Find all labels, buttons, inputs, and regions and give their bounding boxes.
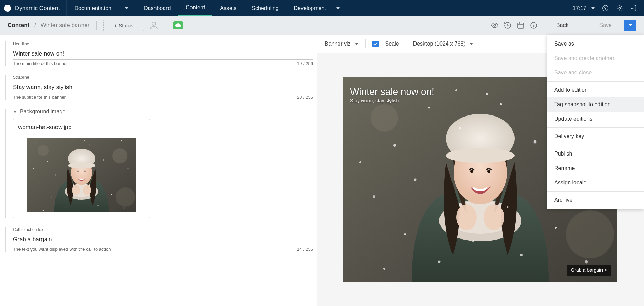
banner-cta-button[interactable]: Grab a bargain > — [567, 265, 611, 276]
svg-point-41 — [494, 24, 496, 26]
svg-point-38 — [605, 10, 605, 10]
brand[interactable]: Dynamic Content — [0, 0, 67, 16]
subheader: Content / Winter sale banner + Status Ba… — [0, 16, 644, 35]
nav-content-label: Content — [186, 4, 205, 11]
nav-development-label: Development — [294, 5, 326, 11]
nav-dashboard[interactable]: Dashboard — [136, 0, 178, 16]
menu-save-as[interactable]: Save as — [547, 37, 644, 51]
add-status-button[interactable]: + Status — [103, 20, 144, 31]
cta-input[interactable] — [13, 234, 313, 245]
nav-scheduling[interactable]: Scheduling — [244, 0, 286, 16]
menu-save-create-another: Save and create another — [547, 51, 644, 65]
menu-add-edition[interactable]: Add to edition — [547, 83, 644, 97]
save-menu-toggle[interactable] — [624, 20, 636, 31]
breadcrumb-leaf: Winter sale banner — [41, 22, 90, 29]
caret-down-icon — [470, 43, 473, 45]
caret-down-icon — [591, 7, 595, 9]
field-hint: The subtitle for this banner — [13, 95, 66, 100]
banner-title: Winter sale now on! — [350, 86, 434, 97]
image-thumbnail — [27, 138, 136, 212]
save-button[interactable]: Save — [587, 20, 624, 31]
field-label: Call to action text — [13, 227, 313, 232]
assignee-icon[interactable] — [149, 20, 159, 30]
preview-icon[interactable] — [491, 21, 499, 29]
menu-tag-snapshot[interactable]: Tag snapshot to edition — [547, 97, 644, 112]
clock-time: 17:17 — [573, 5, 586, 11]
device-select[interactable]: Desktop (1024 x 768) — [413, 41, 473, 47]
visualization-select[interactable]: Banner viz — [325, 41, 358, 47]
menu-save-close: Save and close — [547, 65, 644, 80]
menu-update-editions[interactable]: Update editions — [547, 112, 644, 126]
nav-development[interactable]: Development — [286, 0, 347, 16]
back-button[interactable]: Back — [543, 22, 582, 28]
save-button-group: Save — [587, 20, 636, 31]
caret-down-icon — [629, 24, 632, 26]
caret-down-icon — [125, 7, 128, 9]
gear-icon[interactable] — [616, 4, 623, 12]
svg-point-40 — [152, 22, 156, 25]
field-cta: Call to action text The text you want di… — [5, 227, 313, 252]
menu-assign-locale[interactable]: Assign locale — [547, 175, 644, 190]
field-hint: The main title of this banner — [13, 61, 68, 66]
field-headline: Headline The main title of this banner 1… — [5, 41, 313, 66]
char-count: 14 / 256 — [297, 247, 313, 252]
viz-label: Banner viz — [325, 41, 351, 47]
breadcrumb-root[interactable]: Content — [8, 22, 29, 29]
strapline-input[interactable] — [13, 82, 313, 93]
scale-checkbox[interactable] — [372, 41, 379, 47]
menu-archive[interactable]: Archive — [547, 193, 644, 207]
clock[interactable]: 17:17 — [573, 5, 595, 11]
main-split: Headline The main title of this banner 1… — [0, 35, 644, 306]
preview-pane: Banner viz Scale Desktop (1024 x 768) Wi… — [317, 35, 644, 306]
section-toggle[interactable]: Background image — [13, 109, 313, 115]
section-background-image: Background image woman-hat-snow.jpg — [5, 109, 313, 218]
nav-scheduling-label: Scheduling — [251, 5, 278, 11]
help-icon[interactable] — [602, 4, 609, 12]
menu-delivery-key[interactable]: Delivery key — [547, 129, 644, 144]
form-pane: Headline The main title of this banner 1… — [0, 35, 317, 306]
nav-documentation[interactable]: Documentation — [67, 0, 136, 16]
menu-rename[interactable]: Rename — [547, 161, 644, 175]
image-filename: woman-hat-snow.jpg — [18, 124, 145, 131]
nav-content[interactable]: Content — [178, 0, 212, 16]
field-hint: The text you want displayed with the cal… — [13, 247, 111, 252]
top-nav: Dynamic Content Documentation Dashboard … — [0, 0, 644, 16]
nav-dashboard-label: Dashboard — [144, 5, 171, 11]
menu-publish[interactable]: Publish — [547, 147, 644, 161]
save-dropdown-menu: Save as Save and create another Save and… — [547, 35, 644, 209]
logout-icon[interactable] — [630, 4, 638, 12]
history-icon[interactable] — [504, 21, 512, 29]
image-card[interactable]: woman-hat-snow.jpg — [13, 119, 150, 218]
svg-point-39 — [619, 7, 621, 9]
section-title: Background image — [20, 109, 65, 115]
device-label: Desktop (1024 x 768) — [413, 41, 466, 47]
svg-rect-42 — [518, 23, 524, 28]
sync-status-icon[interactable] — [173, 21, 183, 29]
scale-label: Scale — [385, 41, 399, 47]
nav-assets[interactable]: Assets — [212, 0, 244, 16]
field-label: Headline — [13, 41, 313, 46]
caret-down-icon — [336, 7, 340, 9]
nav-assets-label: Assets — [220, 5, 236, 11]
char-count: 19 / 256 — [297, 61, 313, 66]
banner-subtitle: Stay warm, stay stylish — [350, 98, 434, 103]
brand-name: Dynamic Content — [15, 5, 60, 12]
char-count: 23 / 256 — [297, 95, 313, 100]
headline-input[interactable] — [13, 48, 313, 60]
chevron-down-icon — [13, 111, 17, 113]
brand-logo-icon — [3, 4, 12, 12]
info-icon[interactable] — [530, 21, 538, 29]
field-strapline: Strapline The subtitle for this banner 2… — [5, 75, 313, 100]
calendar-icon[interactable] — [517, 21, 525, 29]
field-label: Strapline — [13, 75, 313, 80]
breadcrumb-sep: / — [34, 22, 36, 28]
nav-documentation-label: Documentation — [74, 5, 111, 11]
caret-down-icon — [355, 43, 358, 45]
